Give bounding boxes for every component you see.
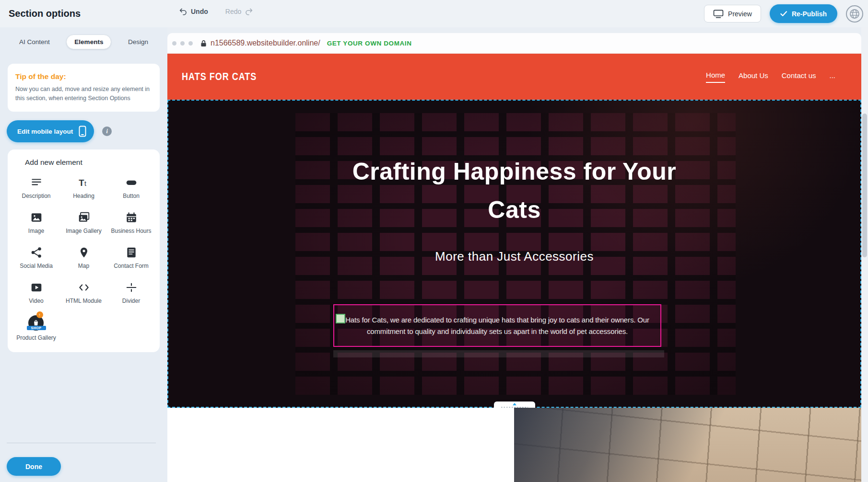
monitor-icon	[713, 10, 724, 18]
nav-item-about[interactable]: About Us	[739, 71, 768, 82]
element-description[interactable]: Description	[12, 172, 60, 203]
selected-hero-section[interactable]: Crafting Happiness for Your Cats More th…	[167, 100, 861, 408]
element-button[interactable]: Button	[107, 172, 155, 203]
next-section-area	[167, 408, 861, 482]
element-image-gallery[interactable]: Image Gallery	[60, 207, 107, 238]
element-contact-form[interactable]: Contact Form	[107, 242, 155, 273]
info-icon[interactable]: i	[102, 126, 112, 136]
tip-body: Now you can add, move and resize any ele…	[15, 85, 152, 103]
sidebar-tabs: AI Content Elements Design	[12, 34, 156, 49]
selected-text-element[interactable]: Hats for Cats, we are dedicated to craft…	[333, 304, 661, 347]
redo-icon	[245, 7, 253, 16]
site-preview-canvas: n1566589.websitebuilder.online/ GET YOUR…	[167, 33, 861, 482]
sidebar-divider	[7, 443, 156, 443]
shop-badge: SHOP	[27, 326, 46, 330]
image-gallery-icon	[77, 210, 91, 225]
redo-button[interactable]: Redo	[225, 7, 253, 16]
undo-button[interactable]: Undo	[179, 7, 208, 16]
tab-design[interactable]: Design	[120, 34, 156, 49]
element-map[interactable]: Map	[60, 242, 107, 273]
map-pin-icon	[77, 245, 91, 260]
tab-elements[interactable]: Elements	[66, 34, 111, 49]
hero-subheading: More than Just Accessories	[168, 249, 860, 264]
svg-text:t: t	[84, 180, 86, 187]
done-button[interactable]: Done	[7, 457, 61, 476]
selection-handle[interactable]	[336, 314, 345, 323]
hero-heading: Crafting Happiness for Your Cats	[352, 152, 678, 229]
product-gallery-icon: SHOP ↑	[28, 315, 45, 332]
html-code-icon	[77, 280, 91, 295]
element-heading[interactable]: Tt Heading	[60, 172, 107, 203]
browser-chrome-bar: n1566589.websitebuilder.online/ GET YOUR…	[167, 33, 861, 54]
tab-ai-content[interactable]: AI Content	[12, 34, 58, 49]
tip-of-the-day-card: Tip of the day: Now you can add, move an…	[8, 64, 160, 112]
tip-title: Tip of the day:	[15, 72, 152, 81]
page-title: Section options	[9, 8, 81, 19]
site-url[interactable]: n1566589.websitebuilder.online/	[211, 39, 320, 47]
contact-form-icon	[124, 245, 139, 260]
site-header: HATS FOR CATS Home About Us Contact us .…	[167, 54, 861, 100]
undo-icon	[179, 7, 188, 16]
element-shadow-strip	[333, 350, 664, 357]
element-product-gallery[interactable]: SHOP ↑ Product Gallery	[12, 312, 60, 344]
element-grid: Description Tt Heading Button	[12, 172, 155, 344]
tile-floor-photo	[514, 408, 861, 482]
globe-icon	[849, 8, 860, 20]
add-element-panel: Add new element Description Tt Heading	[8, 149, 160, 352]
site-navigation: Home About Us Contact us ...	[706, 71, 835, 83]
heading-icon: Tt	[77, 175, 91, 190]
hero-text-block: Crafting Happiness for Your Cats More th…	[168, 101, 860, 264]
element-divider[interactable]: Divider	[107, 277, 155, 308]
phone-icon	[79, 126, 86, 137]
business-hours-icon	[124, 210, 139, 225]
nav-item-home[interactable]: Home	[706, 71, 725, 83]
element-html-module[interactable]: HTML Module	[60, 277, 107, 308]
hero-paragraph: Hats for Cats, we are dedicated to craft…	[338, 314, 657, 337]
page-scrollbar	[861, 27, 868, 482]
divider-icon	[124, 280, 139, 295]
image-icon	[29, 210, 44, 225]
social-media-icon	[29, 245, 44, 260]
nav-item-contact[interactable]: Contact us	[782, 71, 816, 82]
window-controls	[172, 41, 193, 46]
svg-text:T: T	[79, 178, 84, 188]
upgrade-badge-icon: ↑	[36, 311, 43, 318]
preview-button[interactable]: Preview	[704, 5, 761, 23]
get-domain-link[interactable]: GET YOUR OWN DOMAIN	[327, 40, 412, 47]
button-icon	[124, 175, 139, 190]
check-icon	[780, 11, 787, 17]
site-logo[interactable]: HATS FOR CATS	[182, 71, 257, 83]
description-icon	[29, 175, 44, 190]
add-element-title: Add new element	[25, 158, 155, 167]
top-toolbar: Section options Undo Redo Preview	[0, 0, 868, 27]
element-business-hours[interactable]: Business Hours	[107, 207, 155, 238]
scrollbar-thumb[interactable]	[862, 114, 867, 257]
element-social-media[interactable]: Social Media	[12, 242, 60, 273]
lock-icon	[200, 40, 207, 47]
video-icon	[29, 280, 44, 295]
nav-more-menu[interactable]: ...	[829, 71, 835, 82]
edit-mobile-layout-button[interactable]: Edit mobile layout	[7, 120, 94, 142]
language-globe-button[interactable]	[846, 5, 863, 23]
republish-button[interactable]: Re-Publish	[770, 4, 837, 23]
section-options-sidebar: AI Content Elements Design Tip of the da…	[0, 27, 167, 482]
element-video[interactable]: Video	[12, 277, 60, 308]
element-image[interactable]: Image	[12, 207, 60, 238]
website-builder-app: Section options Undo Redo Preview	[0, 0, 868, 482]
